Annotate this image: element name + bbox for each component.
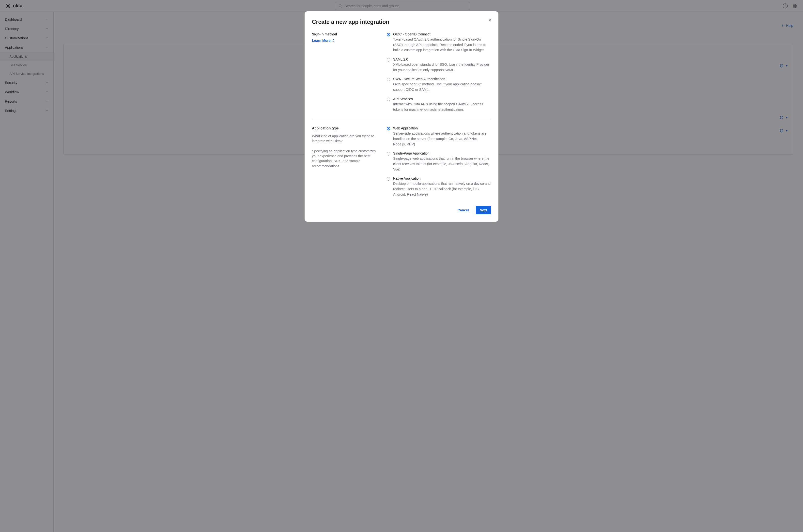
radio-option-description: Single-page web applications that run in…: [393, 156, 491, 172]
radio-option-title: OIDC - OpenID Connect: [393, 32, 491, 36]
radio-button[interactable]: [387, 98, 390, 101]
radio-option-title: SWA - Secure Web Authentication: [393, 77, 491, 81]
create-app-modal: Create a new app integration Sign-in met…: [305, 11, 498, 222]
learn-more-link[interactable]: Learn More: [312, 39, 334, 42]
signin-method-option[interactable]: SWA - Secure Web AuthenticationOkta-spec…: [387, 77, 491, 92]
application-type-label: Application type: [312, 126, 381, 130]
close-icon: [488, 18, 492, 21]
radio-option-description: Server-side applications where authentic…: [393, 131, 491, 147]
svg-line-30: [332, 40, 334, 41]
application-type-option[interactable]: Web ApplicationServer-side applications …: [387, 126, 491, 147]
application-type-option[interactable]: Native ApplicationDesktop or mobile appl…: [387, 176, 491, 197]
radio-button[interactable]: [387, 127, 390, 130]
external-link-icon: [331, 39, 334, 42]
radio-option-description: Desktop or mobile applications that run …: [393, 181, 491, 197]
application-type-helper: What kind of application are you trying …: [312, 134, 381, 144]
radio-button[interactable]: [387, 58, 390, 61]
modal-title: Create a new app integration: [312, 19, 491, 25]
radio-option-description: Token-based OAuth 2.0 authentication for…: [393, 37, 491, 53]
radio-option-description: Interact with Okta APIs using the scoped…: [393, 102, 491, 112]
radio-option-title: Web Application: [393, 126, 491, 130]
application-type-helper2: Specifying an application type customize…: [312, 149, 381, 169]
signin-method-option[interactable]: OIDC - OpenID ConnectToken-based OAuth 2…: [387, 32, 491, 53]
modal-overlay: Create a new app integration Sign-in met…: [0, 0, 803, 532]
radio-option-description: XML-based open standard for SSO. Use if …: [393, 62, 491, 73]
close-button[interactable]: [487, 17, 493, 22]
radio-option-description: Okta-specific SSO method. Use if your ap…: [393, 82, 491, 92]
signin-method-option[interactable]: SAML 2.0XML-based open standard for SSO.…: [387, 57, 491, 73]
signin-method-option[interactable]: API ServicesInteract with Okta APIs usin…: [387, 97, 491, 112]
radio-button[interactable]: [387, 177, 390, 180]
radio-option-title: Single-Page Application: [393, 151, 491, 155]
next-button[interactable]: Next: [476, 206, 491, 214]
radio-button[interactable]: [387, 33, 390, 36]
signin-method-label: Sign-in method: [312, 32, 381, 36]
application-type-option[interactable]: Single-Page ApplicationSingle-page web a…: [387, 151, 491, 172]
radio-option-title: Native Application: [393, 176, 491, 180]
cancel-button[interactable]: Cancel: [455, 206, 472, 214]
radio-button[interactable]: [387, 78, 390, 81]
radio-option-title: SAML 2.0: [393, 57, 491, 61]
radio-button[interactable]: [387, 152, 390, 155]
radio-option-title: API Services: [393, 97, 491, 101]
